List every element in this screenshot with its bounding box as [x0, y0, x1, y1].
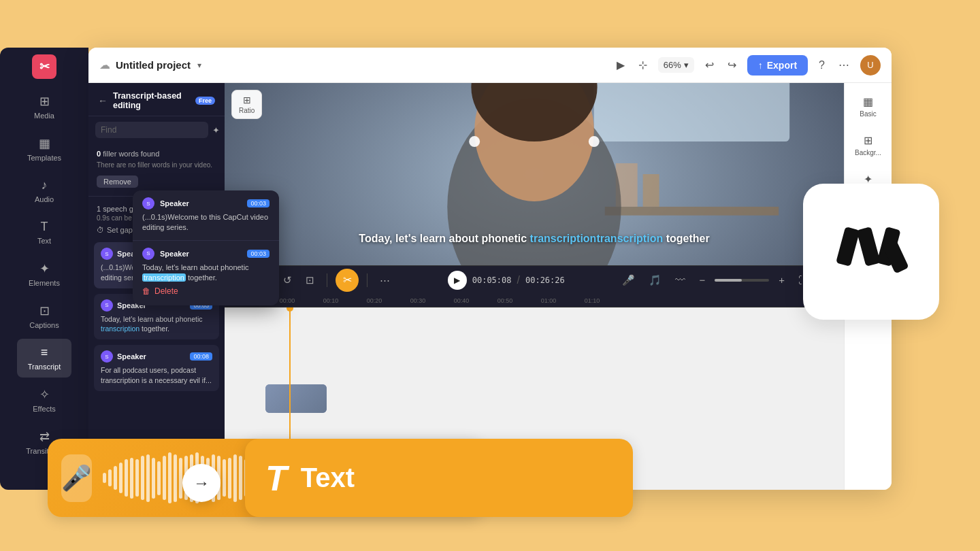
transcript-item[interactable]: S Speaker 00:08 For all podcast users, p…	[94, 345, 219, 390]
sidebar-item-label: Transcript	[28, 363, 61, 371]
search-row: ✦ ☰	[88, 116, 225, 144]
sidebar-item-effects[interactable]: ✧ Effects	[17, 380, 71, 420]
sidebar-item-label: Effects	[33, 405, 55, 413]
sidebar-item-media[interactable]: ⊞ Media	[17, 87, 71, 127]
center-area: ⊞ Ratio Today, let's learn about phoneti…	[225, 83, 844, 490]
wave-bar	[152, 458, 155, 499]
tooltip-item-header: S Speaker 00:03	[142, 248, 270, 260]
playhead-dot	[287, 307, 293, 312]
total-time-value: 00:26:26	[525, 276, 565, 285]
speaker-avatar: S	[101, 248, 113, 260]
sidebar-item-elements[interactable]: ✦ Elements	[17, 254, 71, 294]
search-input[interactable]	[95, 122, 208, 138]
transcript-item-header: S Speaker 00:08	[101, 350, 212, 363]
subtitle-end: together	[666, 233, 710, 244]
current-time-value: 00:05:08	[472, 276, 512, 285]
ai-search-btn[interactable]: ✦	[212, 125, 220, 135]
right-panel-basic[interactable]: ▦ Basic	[849, 90, 888, 123]
export-icon: ↑	[758, 60, 763, 71]
sidebar-item-transcript[interactable]: ≡ Transcript	[17, 339, 71, 378]
more-tools-btn[interactable]: ⋯	[376, 271, 394, 289]
undo-btn[interactable]: ↩	[702, 56, 717, 74]
ratio-button[interactable]: ⊞ Ratio	[231, 90, 262, 119]
sidebar-item-label: Elements	[29, 279, 60, 287]
delete-icon: 🗑	[142, 286, 150, 296]
arrow-icon: →	[193, 473, 210, 492]
ruler-marks: 00:00 00:10 00:20 00:30 00:40 00:50 01:0…	[265, 297, 614, 304]
wave-bar	[174, 454, 177, 502]
cursor-btn[interactable]: ⊹	[636, 56, 650, 74]
help-btn[interactable]: ?	[816, 56, 828, 74]
crop-btn[interactable]: ⊡	[301, 271, 318, 289]
ratio-icon: ⊞	[239, 95, 255, 105]
loop-btn[interactable]: ↺	[279, 271, 296, 289]
basic-icon: ▦	[863, 95, 873, 108]
elements-icon: ✦	[39, 261, 50, 276]
sidebar-item-label: Media	[34, 112, 54, 120]
svg-rect-11	[836, 227, 860, 267]
time-badge: 00:03	[247, 250, 270, 258]
subtitle-highlight: transcription	[530, 233, 597, 244]
delete-label: Delete	[154, 286, 178, 296]
app-logo: ✂	[32, 54, 56, 79]
transcript-text: For all podcast users, podcast transcrip…	[101, 365, 212, 385]
tooltip-text: (...0.1s)Welcome to this CapCut video ed…	[142, 212, 270, 233]
sidebar-item-audio[interactable]: ♪ Audio	[17, 171, 71, 210]
zoom-in-btn[interactable]: +	[774, 271, 789, 288]
speaker-name: Speaker	[117, 352, 146, 361]
tooltip-item-1: S Speaker 00:03 (...0.1s)Welcome to this…	[133, 190, 279, 241]
transitions-icon: ⇄	[39, 429, 50, 444]
arrow-circle: →	[182, 464, 220, 502]
sidebar-item-text[interactable]: T Text	[17, 213, 71, 252]
wave-bar	[119, 463, 122, 493]
export-button[interactable]: ↑ Export	[747, 55, 808, 76]
text-card-label: Text	[301, 463, 355, 493]
wave-bar	[125, 459, 128, 497]
svg-rect-1	[594, 83, 789, 141]
scissors-active-btn[interactable]: ✂	[336, 269, 359, 292]
wave-bar	[114, 466, 117, 490]
zoom-chevron-icon: ▾	[684, 60, 689, 70]
time-badge: 00:08	[190, 352, 212, 361]
text-icon: T	[41, 220, 48, 234]
separator	[367, 273, 368, 287]
back-btn[interactable]: ←	[98, 95, 108, 106]
more-btn[interactable]: ⋯	[836, 56, 852, 74]
video-subtitle: Today, let's learn about phonetic transc…	[359, 233, 709, 245]
mic-btn[interactable]: 🎤	[618, 271, 639, 289]
sidebar-item-captions[interactable]: ⊡ Captions	[17, 297, 71, 336]
speaker-avatar: S	[101, 299, 113, 312]
timeline-ruler: 00:00 00:10 00:20 00:30 00:40 00:50 01:0…	[225, 294, 844, 307]
zoom-out-btn[interactable]: −	[695, 271, 709, 288]
video-clip[interactable]	[265, 384, 327, 413]
svg-point-9	[469, 136, 480, 147]
delete-btn[interactable]: 🗑 Delete	[142, 284, 270, 299]
speaker-avatar: S	[142, 197, 154, 210]
wave-bar	[141, 456, 144, 500]
avatar: U	[860, 55, 881, 76]
panel-title: Transcript-based editing	[113, 91, 190, 110]
chevron-down-icon: ▾	[197, 61, 201, 70]
audio-track-btn[interactable]: 🎵	[644, 271, 666, 289]
sidebar-item-templates[interactable]: ▦ Templates	[17, 129, 71, 169]
total-time: 00:26:26	[525, 276, 565, 285]
transcript-icon: ≡	[41, 346, 48, 360]
wave-bar	[163, 456, 166, 500]
remove-filler-btn[interactable]: Remove	[97, 176, 138, 188]
zoom-control[interactable]: 66% ▾	[658, 57, 694, 73]
svg-rect-12	[856, 227, 880, 267]
panel-header: ← Transcript-based editing Free	[88, 83, 225, 116]
export-label: Export	[767, 60, 797, 71]
redo-btn[interactable]: ↪	[725, 56, 739, 74]
clip-thumbnail	[265, 384, 327, 413]
wave-bar	[135, 459, 139, 497]
subtitle-highlight-word: transcription	[596, 233, 663, 244]
zoom-slider[interactable]	[715, 279, 769, 282]
sidebar: ✂ ⊞ Media ▦ Templates ♪ Audio T Text ✦ E…	[0, 48, 88, 490]
play-btn[interactable]: ▶	[448, 271, 467, 290]
background-label: Backgr...	[855, 149, 881, 156]
right-panel-background[interactable]: ⊞ Backgr...	[849, 129, 888, 162]
subtitle-text: Today, let's learn about phonetic	[359, 233, 527, 244]
beats-btn[interactable]: 〰	[671, 271, 689, 288]
play-mode-btn[interactable]: ▶	[614, 56, 627, 74]
